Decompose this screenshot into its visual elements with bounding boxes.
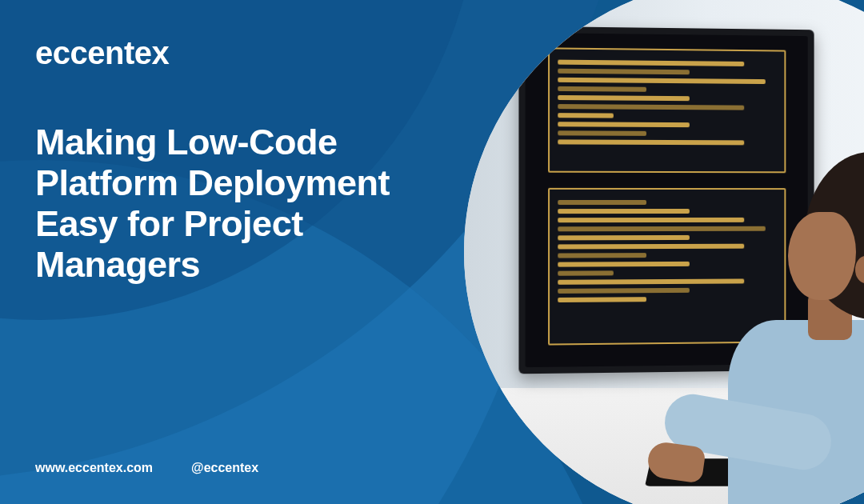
headline: Making Low-Code Platform Deployment Easy… [35,122,448,285]
footer: www.eccentex.com @eccentex [35,461,258,475]
promo-card: eccentex Making Low-Code Platform Deploy… [0,0,864,504]
brand-logo: eccentex [35,35,448,71]
social-handle: @eccentex [191,461,258,475]
person-face [788,212,856,300]
website-text: www.eccentex.com [35,461,153,475]
text-content: eccentex Making Low-Code Platform Deploy… [35,35,448,469]
person-figure [736,108,864,504]
